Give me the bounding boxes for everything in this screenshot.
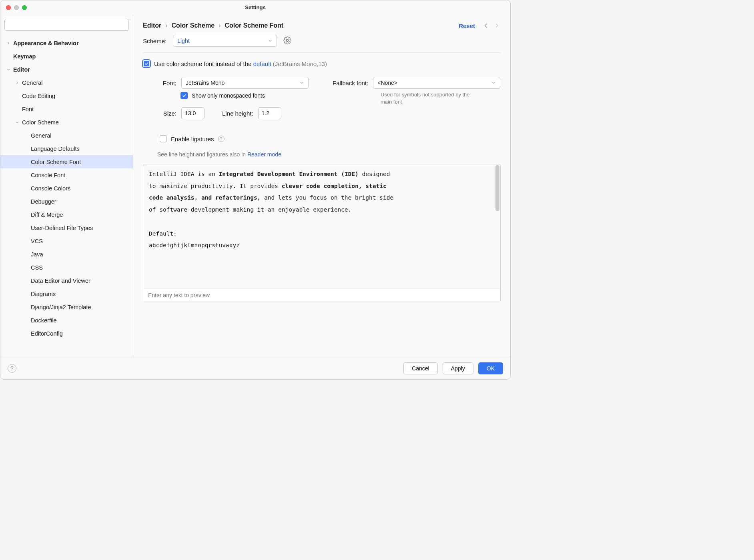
fallback-label: Fallback font: [333, 80, 368, 86]
monospaced-only-checkbox[interactable] [180, 92, 188, 99]
line-height-label: Line height: [222, 110, 253, 117]
nav-forward-icon[interactable] [493, 22, 501, 29]
tree-item-font[interactable]: Font [0, 102, 133, 116]
breadcrumb-sep: › [165, 22, 167, 29]
tree-item-color-scheme-font[interactable]: Color Scheme Font [0, 155, 133, 168]
fallback-value: <None> [377, 80, 397, 86]
tree-item-console-colors[interactable]: Console Colors [0, 182, 133, 195]
size-label: Size: [157, 110, 176, 117]
tree-item-user-defined-file-types[interactable]: User-Defined File Types [0, 221, 133, 234]
fallback-font-select[interactable]: <None> [373, 77, 500, 89]
tree-item-diagrams[interactable]: Diagrams [0, 287, 133, 300]
font-value: JetBrains Mono [186, 80, 225, 86]
tree-item-label: Java [31, 251, 43, 258]
tree-item-keymap[interactable]: Keymap [0, 50, 133, 63]
monospaced-label: Show only monospaced fonts [192, 92, 265, 99]
tree-item-language-defaults[interactable]: Language Defaults [0, 142, 133, 155]
tree-item-dockerfile[interactable]: Dockerfile [0, 314, 133, 327]
use-scheme-font-checkbox[interactable] [143, 60, 150, 67]
tree-item-label: Dockerfile [31, 317, 56, 324]
tree-item-label: Diff & Merge [31, 212, 63, 218]
chevron-down-icon [15, 120, 20, 125]
tree-item-color-scheme[interactable]: Color Scheme [0, 116, 133, 129]
settings-tree: Appearance & BehaviorKeymapEditorGeneral… [0, 35, 133, 357]
tree-item-django-jinja2-template[interactable]: Django/Jinja2 Template [0, 300, 133, 314]
check-icon [144, 61, 149, 66]
tree-item-label: Console Font [31, 172, 65, 178]
tree-item-label: Diagrams [31, 291, 56, 297]
breadcrumb-item: Color Scheme Font [225, 22, 283, 29]
chevron-right-icon [15, 80, 20, 85]
sidebar: Appearance & BehaviorKeymapEditorGeneral… [0, 15, 133, 357]
check-icon [182, 93, 186, 98]
svg-point-2 [287, 39, 289, 41]
tree-item-label: Language Defaults [31, 146, 80, 152]
tree-item-label: VCS [31, 238, 43, 244]
tree-item-java[interactable]: Java [0, 248, 133, 261]
tree-item-general[interactable]: General [0, 129, 133, 142]
preview-text[interactable]: IntelliJ IDEA is an Integrated Developme… [143, 164, 399, 288]
tree-item-code-editing[interactable]: Code Editing [0, 89, 133, 102]
reader-mode-link[interactable]: Reader mode [247, 151, 281, 158]
chevron-down-icon [268, 38, 273, 43]
tree-item-diff-merge[interactable]: Diff & Merge [0, 208, 133, 221]
gear-icon [283, 36, 291, 44]
tree-item-data-editor-and-viewer[interactable]: Data Editor and Viewer [0, 274, 133, 287]
ok-button[interactable]: OK [478, 362, 503, 374]
tree-item-label: CSS [31, 264, 43, 271]
scheme-label: Scheme: [143, 38, 166, 44]
font-select[interactable]: JetBrains Mono [181, 77, 309, 89]
tree-item-vcs[interactable]: VCS [0, 234, 133, 248]
tree-item-general[interactable]: General [0, 76, 133, 89]
tree-item-debugger[interactable]: Debugger [0, 195, 133, 208]
help-button[interactable]: ? [8, 364, 16, 373]
tree-item-label: General [31, 132, 52, 139]
tree-item-label: General [22, 80, 43, 86]
chevron-down-icon [491, 80, 496, 85]
nav-back-icon[interactable] [482, 22, 489, 29]
chevron-down-icon [299, 80, 304, 85]
tree-item-editorconfig[interactable]: EditorConfig [0, 327, 133, 340]
enable-ligatures-checkbox[interactable] [160, 135, 167, 142]
ligatures-label: Enable ligatures [171, 136, 214, 142]
tree-item-label: Django/Jinja2 Template [31, 304, 91, 310]
scrollbar-thumb[interactable] [495, 165, 499, 211]
preview-scrollbar[interactable] [495, 165, 499, 286]
apply-button[interactable]: Apply [443, 362, 473, 374]
hint-text: See line height and ligatures also in [157, 151, 247, 158]
breadcrumb-sep: › [219, 22, 221, 29]
scheme-gear-button[interactable] [283, 36, 291, 46]
fallback-helper: Used for symbols not supported by the ma… [381, 91, 477, 105]
tree-item-editor[interactable]: Editor [0, 63, 133, 76]
preview-input[interactable] [143, 288, 500, 302]
tree-item-label: EditorConfig [31, 330, 63, 337]
tree-item-label: Color Scheme Font [31, 159, 81, 165]
tree-item-label: Appearance & Behavior [13, 40, 79, 46]
reset-link[interactable]: Reset [459, 22, 475, 29]
tree-item-css[interactable]: CSS [0, 261, 133, 274]
default-link[interactable]: default [253, 60, 271, 67]
tree-item-label: Font [22, 106, 34, 112]
tree-item-label: Data Editor and Viewer [31, 278, 90, 284]
tree-item-console-font[interactable]: Console Font [0, 168, 133, 182]
size-input[interactable] [181, 107, 205, 119]
breadcrumb-item[interactable]: Color Scheme [172, 22, 215, 29]
preview-box: IntelliJ IDEA is an Integrated Developme… [143, 164, 501, 302]
tree-item-label: Keymap [13, 53, 36, 60]
line-height-input[interactable] [258, 107, 281, 119]
breadcrumb-item[interactable]: Editor [143, 22, 161, 29]
window-title: Settings [0, 4, 510, 10]
tree-item-appearance-behavior[interactable]: Appearance & Behavior [0, 36, 133, 50]
tree-item-label: Console Colors [31, 185, 70, 192]
breadcrumb: Editor › Color Scheme › Color Scheme Fon… [143, 22, 283, 29]
search-input[interactable] [4, 19, 129, 31]
use-font-suffix: (JetBrains Mono,13) [273, 60, 327, 67]
cancel-button[interactable]: Cancel [403, 362, 438, 374]
titlebar: Settings [0, 0, 510, 15]
tree-item-label: Debugger [31, 198, 56, 205]
tree-item-label: Code Editing [22, 93, 55, 99]
scheme-select[interactable]: Light [173, 35, 277, 47]
tree-item-label: Color Scheme [22, 119, 59, 126]
ligatures-help-icon[interactable]: ? [218, 136, 225, 142]
tree-item-label: User-Defined File Types [31, 225, 93, 231]
